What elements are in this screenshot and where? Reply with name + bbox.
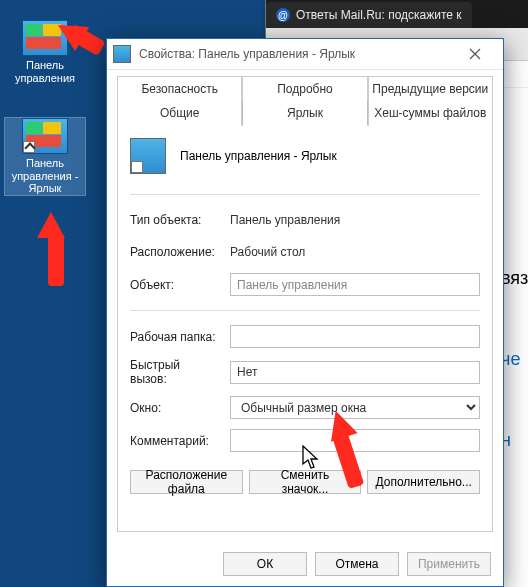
shortcut-name: Панель управления - Ярлык bbox=[180, 149, 337, 163]
browser-tab[interactable]: @ Ответы Mail.Ru: подскажите к bbox=[266, 2, 472, 28]
tab-panel-shortcut: Панель управления - Ярлык Тип объекта: П… bbox=[117, 126, 493, 532]
apply-button[interactable]: Применить bbox=[407, 552, 491, 576]
label-start-in: Рабочая папка: bbox=[130, 330, 220, 344]
target-field[interactable] bbox=[230, 273, 480, 296]
run-window-select[interactable]: Обычный размер окна bbox=[230, 396, 480, 419]
shortcut-key-field[interactable] bbox=[230, 361, 480, 384]
change-icon-button[interactable]: Сменить значок... bbox=[249, 470, 362, 494]
ok-button[interactable]: ОК bbox=[223, 552, 307, 576]
control-panel-icon bbox=[22, 118, 68, 154]
shortcut-large-icon bbox=[130, 138, 166, 174]
desktop-icon-control-panel[interactable]: Панель управления bbox=[5, 20, 85, 84]
dialog-footer: ОК Отмена Применить bbox=[107, 542, 503, 586]
open-file-location-button[interactable]: Расположение файла bbox=[130, 470, 243, 494]
desktop-icon-label: Панель управления - Ярлык bbox=[5, 157, 85, 195]
shortcut-overlay-icon bbox=[23, 141, 35, 153]
close-button[interactable] bbox=[453, 43, 497, 65]
desktop-icon-control-panel-shortcut[interactable]: Панель управления - Ярлык bbox=[5, 118, 85, 195]
label-comment: Комментарий: bbox=[130, 434, 220, 448]
dialog-tabs: Безопасность Подробно Предыдущие версии … bbox=[107, 70, 503, 126]
desktop: Панель управления Панель управления - Яр… bbox=[0, 0, 528, 587]
start-in-field[interactable] bbox=[230, 325, 480, 348]
value-object-type: Панель управления bbox=[230, 213, 480, 227]
properties-dialog: Свойства: Панель управления - Ярлык Безо… bbox=[106, 38, 504, 587]
tab-general[interactable]: Общие bbox=[117, 101, 242, 126]
favicon-mailru-icon: @ bbox=[276, 8, 290, 22]
tab-shortcut[interactable]: Ярлык bbox=[242, 101, 367, 126]
title-icon bbox=[113, 45, 131, 63]
tab-security[interactable]: Безопасность bbox=[117, 76, 242, 101]
value-location: Рабочий стол bbox=[230, 245, 480, 259]
tab-previous-versions[interactable]: Предыдущие версии bbox=[368, 76, 493, 101]
comment-field[interactable] bbox=[230, 429, 480, 452]
dialog-title: Свойства: Панель управления - Ярлык bbox=[139, 47, 445, 61]
label-run: Окно: bbox=[130, 401, 220, 415]
label-shortcut-key: Быстрый вызов: bbox=[130, 358, 220, 386]
advanced-button[interactable]: Дополнительно... bbox=[367, 470, 480, 494]
tab-hash[interactable]: Хеш-суммы файлов bbox=[368, 101, 493, 126]
control-panel-icon bbox=[22, 20, 68, 56]
label-location: Расположение: bbox=[130, 245, 220, 259]
dialog-titlebar[interactable]: Свойства: Панель управления - Ярлык bbox=[107, 39, 503, 70]
browser-tabbar: @ Ответы Mail.Ru: подскажите к bbox=[266, 0, 528, 28]
desktop-icon-label: Панель управления bbox=[5, 59, 85, 84]
cancel-button[interactable]: Отмена bbox=[315, 552, 399, 576]
label-target: Объект: bbox=[130, 278, 220, 292]
label-object-type: Тип объекта: bbox=[130, 213, 220, 227]
browser-tab-title: Ответы Mail.Ru: подскажите к bbox=[296, 8, 462, 22]
tab-details[interactable]: Подробно bbox=[242, 76, 367, 101]
